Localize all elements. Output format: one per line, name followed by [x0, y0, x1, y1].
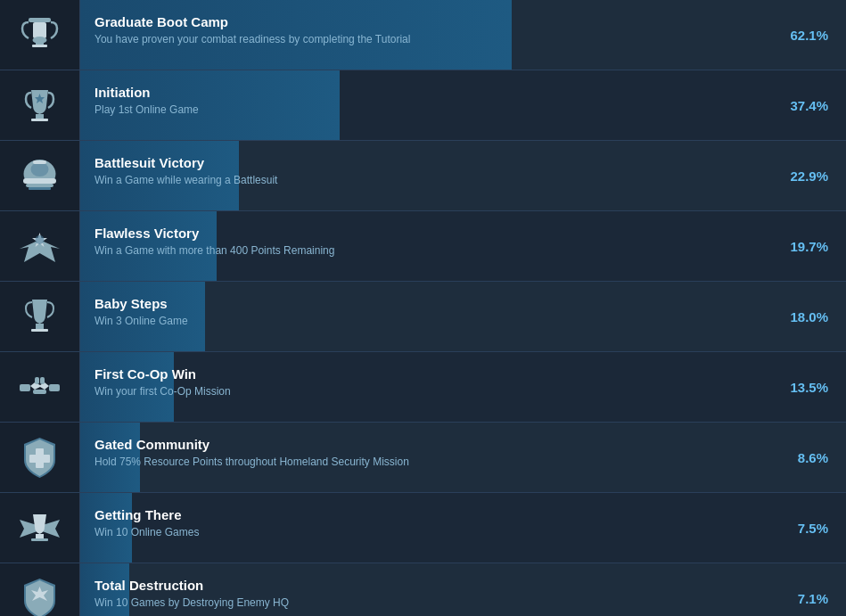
- achievement-icon-getting-there: [0, 493, 80, 563]
- achievement-title: Total Destruction: [94, 578, 760, 593]
- achievement-text: Getting There Win 10 Online Games: [80, 493, 775, 553]
- achievement-title: Getting There: [94, 507, 760, 522]
- trophy-cup-icon: [13, 78, 67, 132]
- achievement-percent: 13.5%: [775, 380, 846, 395]
- svg-rect-20: [35, 377, 39, 384]
- achievement-description: Win a Game while wearing a Battlesuit: [94, 174, 760, 186]
- achievement-description: Win 3 Online Game: [94, 315, 760, 327]
- achievement-description: Win 10 Online Games: [94, 526, 760, 538]
- wings-trophy-icon: [13, 501, 67, 554]
- achievement-content-initiation: Initiation Play 1st Online Game: [80, 70, 775, 140]
- trophy-shield-icon: [13, 8, 67, 62]
- achievement-percent: 22.9%: [775, 168, 846, 184]
- svg-rect-12: [33, 160, 46, 164]
- achievement-title: Baby Steps: [94, 296, 760, 311]
- achievement-row[interactable]: Baby Steps Win 3 Online Game 18.0%: [0, 282, 846, 352]
- svg-rect-0: [29, 18, 51, 22]
- svg-rect-21: [40, 377, 45, 384]
- achievement-content-battlesuit-victory: Battlesuit Victory Win a Game while wear…: [80, 141, 775, 210]
- achievement-percent: 18.0%: [775, 309, 846, 324]
- achievement-text: Gated Community Hold 75% Resource Points…: [80, 423, 775, 482]
- achievement-title: First Co-Op Win: [94, 366, 760, 382]
- achievement-description: Win 10 Games by Destroying Enemy HQ: [94, 596, 760, 609]
- achievement-content-total-destruction: Total Destruction Win 10 Games by Destro…: [80, 563, 775, 616]
- svg-rect-25: [31, 538, 48, 541]
- achievement-icon-gated-community: [0, 423, 80, 492]
- svg-rect-10: [29, 187, 51, 190]
- svg-rect-15: [36, 324, 44, 329]
- achievement-icon-initiation: [0, 70, 80, 140]
- achievement-title: Graduate Boot Camp: [94, 14, 760, 29]
- svg-point-11: [31, 162, 49, 177]
- svg-rect-4: [32, 45, 47, 47]
- trophy-small-icon: [13, 290, 67, 343]
- achievement-title: Flawless Victory: [94, 226, 760, 241]
- achievement-icon-flawless-victory: [0, 211, 80, 281]
- svg-rect-9: [26, 184, 53, 187]
- achievement-title: Initiation: [94, 85, 760, 100]
- svg-rect-24: [36, 534, 44, 538]
- achievement-description: Play 1st Online Game: [94, 103, 760, 116]
- achievement-content-flawless-victory: Flawless Victory Win a Game with more th…: [80, 211, 775, 281]
- achievement-content-baby-steps: Baby Steps Win 3 Online Game: [80, 282, 775, 351]
- explosion-shield-icon: [13, 571, 67, 616]
- achievement-percent: 8.6%: [775, 450, 846, 465]
- svg-rect-18: [49, 384, 60, 391]
- achievement-title: Gated Community: [94, 437, 760, 452]
- achievement-text: First Co-Op Win Win your first Co-Op Mis…: [80, 352, 775, 412]
- svg-rect-1: [33, 22, 46, 38]
- achievement-row[interactable]: Total Destruction Win 10 Games by Destro…: [0, 563, 846, 616]
- achievement-icon-total-destruction: [0, 563, 80, 616]
- achievement-row[interactable]: Flawless Victory Win a Game with more th…: [0, 211, 846, 282]
- svg-rect-16: [31, 329, 48, 332]
- achievement-row[interactable]: Initiation Play 1st Online Game 37.4%: [0, 70, 846, 141]
- achievement-description: Win your first Co-Op Mission: [94, 385, 760, 398]
- achievement-text: Total Destruction Win 10 Games by Destro…: [80, 563, 775, 616]
- achievement-row[interactable]: Battlesuit Victory Win a Game while wear…: [0, 141, 846, 211]
- achievement-title: Battlesuit Victory: [94, 155, 760, 170]
- svg-point-14: [36, 235, 45, 244]
- achievement-percent: 37.4%: [775, 98, 846, 113]
- achievement-content-getting-there: Getting There Win 10 Online Games: [80, 493, 775, 563]
- achievement-icon-first-coop-win: [0, 352, 80, 422]
- achievement-icon-baby-steps: [0, 282, 80, 351]
- achievement-text: Baby Steps Win 3 Online Game: [80, 282, 775, 341]
- achievement-row[interactable]: First Co-Op Win Win your first Co-Op Mis…: [0, 352, 846, 423]
- achievement-percent: 62.1%: [775, 28, 846, 43]
- achievement-content-gated-community: Gated Community Hold 75% Resource Points…: [80, 423, 775, 492]
- achievement-icon-battlesuit-victory: [0, 141, 80, 210]
- achievement-icon-graduate-boot-camp: [0, 0, 80, 70]
- achievement-percent: 7.1%: [775, 591, 846, 606]
- achievements-list: Graduate Boot Camp You have proven your …: [0, 0, 846, 616]
- achievement-description: Win a Game with more than 400 Points Rem…: [94, 244, 760, 257]
- achievement-text: Battlesuit Victory Win a Game while wear…: [80, 141, 775, 201]
- wings-star-icon: [13, 219, 67, 273]
- achievement-percent: 19.7%: [775, 239, 846, 254]
- achievement-text: Graduate Boot Camp You have proven your …: [80, 0, 775, 60]
- achievement-row[interactable]: Graduate Boot Camp You have proven your …: [0, 0, 846, 70]
- achievement-description: Hold 75% Resource Points throughout Home…: [94, 456, 760, 468]
- handshake-icon: [13, 360, 67, 414]
- achievement-content-graduate-boot-camp: Graduate Boot Camp You have proven your …: [80, 0, 775, 70]
- helmet-icon: [13, 149, 67, 202]
- achievement-text: Initiation Play 1st Online Game: [80, 70, 775, 130]
- svg-rect-17: [20, 384, 30, 391]
- achievement-row[interactable]: Getting There Win 10 Online Games 7.5%: [0, 493, 846, 563]
- svg-rect-19: [33, 390, 46, 394]
- achievement-text: Flawless Victory Win a Game with more th…: [80, 211, 775, 271]
- svg-rect-23: [29, 455, 50, 463]
- shield-cross-icon: [13, 431, 67, 484]
- achievement-row[interactable]: Gated Community Hold 75% Resource Points…: [0, 423, 846, 493]
- svg-rect-5: [31, 119, 48, 121]
- svg-rect-8: [23, 178, 56, 184]
- achievement-content-first-coop-win: First Co-Op Win Win your first Co-Op Mis…: [80, 352, 775, 422]
- svg-rect-3: [36, 40, 44, 45]
- achievement-percent: 7.5%: [775, 521, 846, 536]
- achievement-description: You have proven your combat readiness by…: [94, 33, 760, 45]
